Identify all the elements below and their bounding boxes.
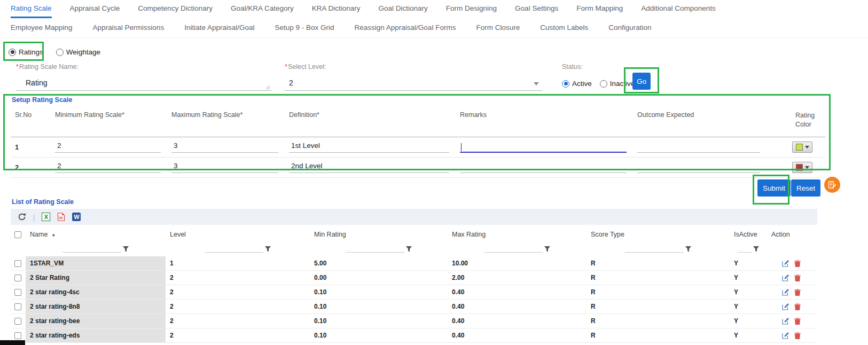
ratings-radio-circle-icon	[9, 49, 16, 56]
definition-input[interactable]: 2nd Level	[289, 162, 449, 173]
status-group: Status: Active Inactive	[562, 63, 635, 88]
export-excel-button[interactable]: X	[42, 213, 50, 221]
tab-additional-components[interactable]: Additional Components	[641, 4, 716, 18]
filter-score-type[interactable]	[587, 241, 730, 256]
table-row: 2 star rating-eds 2 0.10 0.40 R Y	[11, 328, 817, 343]
filter-min-rating[interactable]	[310, 241, 448, 256]
edit-button[interactable]	[782, 288, 789, 296]
row-checkbox[interactable]	[14, 318, 21, 325]
col-max-rating[interactable]: Max Rating	[448, 231, 587, 238]
tab-appraisal-cycle[interactable]: Appraisal Cycle	[70, 4, 120, 18]
trash-icon	[794, 275, 801, 281]
col-score-type[interactable]: Score Type	[587, 231, 730, 238]
score-type-cell: R	[587, 288, 730, 296]
edit-button[interactable]	[782, 274, 789, 281]
tab-custom-labels[interactable]: Custom Labels	[540, 23, 588, 36]
ratings-radio[interactable]: Ratings	[9, 48, 43, 56]
col-name[interactable]: Name▲	[26, 231, 166, 238]
filter-level[interactable]	[166, 241, 310, 256]
col-action: Action	[767, 231, 817, 238]
tab-setup-9-box-grid[interactable]: Setup 9 - Box Grid	[275, 23, 334, 36]
toolbar-divider: |	[33, 213, 35, 221]
tab-reassign-appraisal-goal-forms[interactable]: Reassign Appraisal/Goal Forms	[355, 23, 456, 36]
edit-icon	[782, 317, 789, 325]
resize-handle-icon[interactable]	[265, 85, 270, 90]
submit-button[interactable]: Submit	[757, 179, 791, 197]
row-checkbox[interactable]	[14, 332, 21, 339]
setup-row-1: 1 2 3 1st Level	[11, 137, 825, 158]
active-radio-circle-icon	[562, 80, 569, 88]
go-button[interactable]: Go	[632, 73, 651, 90]
word-icon: W	[72, 213, 81, 221]
weightage-radio-label: Weightage	[66, 48, 100, 56]
remarks-input[interactable]	[460, 162, 627, 173]
rating-scale-name-label: *Rating Scale Name:	[16, 63, 271, 70]
max-rating-input[interactable]: 3	[171, 162, 278, 173]
export-pdf-button[interactable]	[57, 213, 65, 221]
row-checkbox[interactable]	[14, 275, 21, 281]
select-all-checkbox[interactable]	[14, 231, 21, 238]
filter-isactive[interactable]	[730, 241, 767, 256]
delete-button[interactable]	[794, 289, 801, 296]
trash-icon	[794, 260, 801, 267]
delete-button[interactable]	[794, 332, 801, 339]
export-word-button[interactable]: W	[72, 213, 81, 221]
setup-rating-scale-title: Setup Rating Scale	[12, 96, 72, 104]
edit-button[interactable]	[782, 332, 789, 339]
tab-goal-dictionary[interactable]: Goal Dictionary	[379, 4, 428, 18]
min-rating-input[interactable]: 2	[55, 162, 161, 173]
tab-competency-dictionary[interactable]: Competency Dictionary	[138, 4, 213, 18]
max-rating-cell: 0.40	[448, 317, 587, 325]
tab-form-designing[interactable]: Form Designing	[446, 4, 497, 18]
row-checkbox[interactable]	[14, 289, 21, 296]
edit-button[interactable]	[782, 260, 789, 267]
feedback-widget-button[interactable]	[824, 177, 840, 193]
edit-icon	[782, 303, 789, 310]
tab-form-mapping[interactable]: Form Mapping	[576, 4, 623, 18]
mode-selector: Ratings Weightage	[9, 48, 100, 56]
inactive-radio-label: Inactive	[610, 80, 635, 88]
rating-color-picker[interactable]	[792, 142, 812, 153]
delete-button[interactable]	[794, 318, 801, 325]
rating-scale-name-group: *Rating Scale Name: Rating	[16, 63, 271, 91]
rating-color-picker[interactable]	[792, 162, 812, 173]
max-rating-input[interactable]: 3	[171, 142, 278, 153]
tab-appraisal-permissions[interactable]: Appraisal Permissions	[93, 23, 165, 36]
rating-scale-list: | X W Name▲ Level Min Rating Max Rating …	[11, 209, 817, 343]
max-rating-cell: 10.00	[448, 260, 587, 267]
tab-rating-scale[interactable]: Rating Scale	[11, 4, 52, 18]
status-inactive-radio[interactable]: Inactive	[600, 80, 635, 88]
tab-initiate-appraisal-goal[interactable]: Initiate Appraisal/Goal	[184, 23, 254, 36]
col-isactive[interactable]: IsActive	[730, 231, 767, 238]
rating-scale-name-input[interactable]: Rating	[16, 77, 271, 91]
row-checkbox[interactable]	[14, 303, 21, 310]
col-min-rating[interactable]: Min Rating	[310, 231, 448, 238]
tab-configuration[interactable]: Configuration	[608, 23, 651, 36]
edit-button[interactable]	[782, 303, 789, 310]
min-rating-input[interactable]: 2	[55, 142, 161, 153]
edit-icon	[782, 288, 789, 296]
outcome-expected-input[interactable]	[637, 162, 760, 173]
delete-button[interactable]	[794, 260, 801, 267]
select-level-dropdown[interactable]: 2	[285, 77, 542, 91]
weightage-radio[interactable]: Weightage	[56, 48, 100, 56]
filter-max-rating[interactable]	[448, 241, 587, 256]
horizontal-scrollbar-thumb[interactable]	[0, 340, 25, 345]
tab-goal-kra-category[interactable]: Goal/KRA Category	[231, 4, 294, 18]
remarks-input[interactable]	[460, 142, 627, 153]
tab-form-closure[interactable]: Form Closure	[476, 23, 520, 36]
outcome-expected-input[interactable]	[637, 142, 760, 153]
status-active-radio[interactable]: Active	[562, 80, 592, 88]
tab-employee-mapping[interactable]: Employee Mapping	[11, 23, 73, 36]
definition-input[interactable]: 1st Level	[289, 142, 449, 153]
tab-goal-settings[interactable]: Goal Settings	[515, 4, 558, 18]
refresh-button[interactable]	[18, 213, 26, 221]
delete-button[interactable]	[794, 303, 801, 310]
edit-button[interactable]	[782, 317, 789, 325]
delete-button[interactable]	[794, 275, 801, 281]
tab-kra-dictionary[interactable]: KRA Dictionary	[312, 4, 361, 18]
filter-name[interactable]	[26, 241, 166, 256]
row-checkbox[interactable]	[14, 260, 21, 267]
col-level[interactable]: Level	[166, 231, 310, 238]
reset-button[interactable]: Reset	[791, 179, 820, 197]
